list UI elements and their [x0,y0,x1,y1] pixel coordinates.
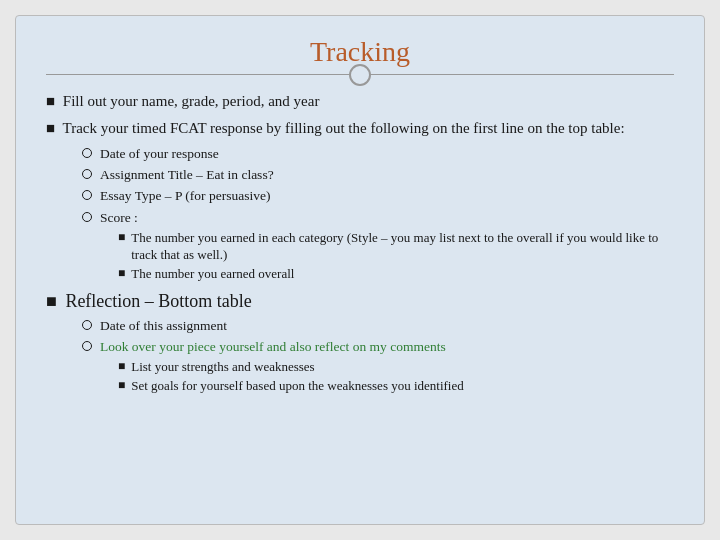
ref-circle-bullet-icon-1 [82,320,92,330]
bullet2-square-icon: ■ [46,118,55,139]
sub-item-3: Essay Type – P (for persuasive) [82,187,674,205]
sub-list: Date of your response Assignment Title –… [82,145,674,283]
main-bullet-1: ■ Fill out your name, grade, period, and… [46,91,674,112]
reflection-sub-sub-list: ■ List your strengths and weaknesses ■ S… [118,359,674,395]
reflection-heading: ■ Reflection – Bottom table [46,291,674,312]
title-circle-decoration [349,64,371,86]
content-area: ■ Fill out your name, grade, period, and… [46,91,674,395]
slide: Tracking ■ Fill out your name, grade, pe… [15,15,705,525]
sub-item-4: Score : [82,209,674,227]
ref-sub-item-2: ■ Set goals for yourself based upon the … [118,378,674,395]
ref-circle-bullet-icon-2 [82,341,92,351]
sub-item-1: Date of your response [82,145,674,163]
score-sub-item-2: ■ The number you earned overall [118,266,674,283]
score-sub-list: ■ The number you earned in each category… [118,230,674,283]
ref-sub-item-1: ■ List your strengths and weaknesses [118,359,674,376]
reflection-sub-item-1: Date of this assignment [82,317,674,335]
title-area: Tracking [46,36,674,75]
circle-bullet-icon-1 [82,148,92,158]
score-sq-icon-1: ■ [118,230,125,246]
sub-item-2: Assignment Title – Eat in class? [82,166,674,184]
bullet1-square-icon: ■ [46,91,55,112]
score-sub-item-1: ■ The number you earned in each category… [118,230,674,264]
ref-sub-sq-icon-2: ■ [118,378,125,394]
reflection-square-icon: ■ [46,291,57,311]
reflection-sub-list: Date of this assignment Look over your p… [82,317,674,395]
circle-bullet-icon-3 [82,190,92,200]
main-bullet-2: ■ Track your timed FCAT response by fill… [46,118,674,139]
reflection-sub-item-2: Look over your piece yourself and also r… [82,338,674,356]
circle-bullet-icon-4 [82,212,92,222]
score-sq-icon-2: ■ [118,266,125,282]
circle-bullet-icon-2 [82,169,92,179]
ref-sub-sq-icon-1: ■ [118,359,125,375]
